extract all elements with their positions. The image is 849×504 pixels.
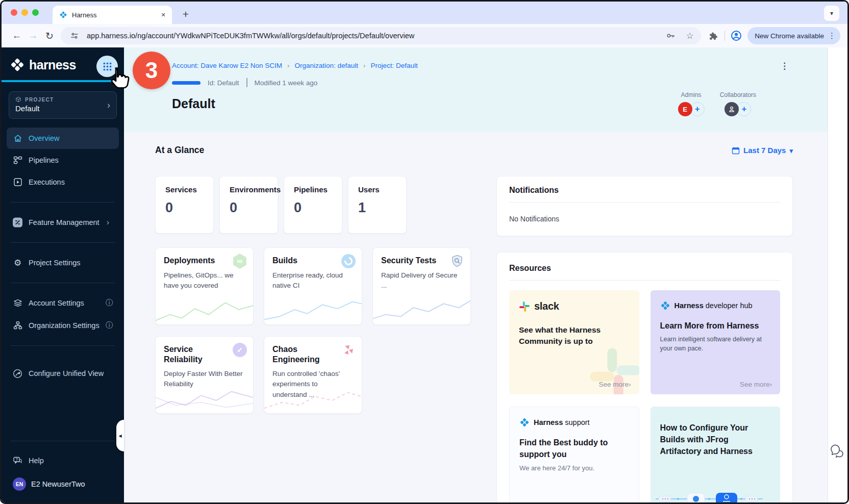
module-switcher-button[interactable] bbox=[96, 56, 118, 77]
notifications-card: Notifications No Notifications bbox=[496, 176, 793, 236]
sparkline-decoration bbox=[156, 384, 253, 413]
new-tab-button[interactable] bbox=[178, 7, 193, 22]
sidebar-divider bbox=[11, 283, 115, 283]
module-card-chaos-engineering[interactable]: Chaos Engineering Run controlled 'chaos'… bbox=[264, 336, 362, 414]
module-card-security-tests[interactable]: Security Tests Rapid Delivery of Secure … bbox=[372, 247, 471, 325]
brand-bold: Harness bbox=[534, 418, 563, 426]
sparkline-decoration bbox=[156, 295, 253, 324]
sidebar-item-project-settings[interactable]: Project Settings bbox=[7, 252, 119, 273]
site-info-icon[interactable] bbox=[67, 29, 82, 43]
see-more-link[interactable]: See more› bbox=[598, 381, 631, 388]
brand-bold: Harness bbox=[675, 301, 704, 310]
page-menu-kebab-icon[interactable] bbox=[780, 61, 789, 71]
sidebar-item-configure-unified-view[interactable]: Configure Unified View bbox=[7, 363, 119, 384]
reload-button[interactable]: ↻ bbox=[41, 28, 58, 44]
stat-value: 0 bbox=[294, 200, 342, 216]
user-menu[interactable]: EN E2 NewuserTwo bbox=[2, 472, 124, 496]
sparkline-decoration bbox=[264, 384, 362, 413]
collaborators-group: Collaborators bbox=[720, 91, 756, 116]
resources-title: Resources bbox=[509, 264, 780, 273]
browser-tab[interactable]: Harness bbox=[53, 6, 172, 24]
collaborator-avatar[interactable] bbox=[725, 102, 739, 116]
overview-content: At a Glance Last 7 Days Services 0 bbox=[124, 132, 828, 502]
chat-support-button[interactable] bbox=[830, 444, 845, 459]
breadcrumb-organization-link[interactable]: Organization: default bbox=[294, 62, 358, 69]
resource-headline: See what the Harness Community is up to bbox=[519, 324, 630, 347]
modified-text: Modified 1 week ago bbox=[255, 79, 318, 87]
apps-grid-icon bbox=[103, 62, 112, 71]
resource-card-harness-support[interactable]: Harness support Find the Best buddy to s… bbox=[509, 407, 639, 502]
stat-label: Users bbox=[358, 185, 406, 194]
sidebar-accent-bar bbox=[2, 80, 124, 82]
tab-close-icon[interactable] bbox=[159, 10, 168, 19]
update-chrome-label: New Chrome available bbox=[755, 32, 824, 40]
add-admin-button[interactable] bbox=[690, 102, 705, 116]
module-cards: Deployments ∞ Pipelines, GitOps... we ha… bbox=[155, 247, 472, 414]
resource-card-jfrog[interactable]: How to Configure Your Builds with JFrog … bbox=[651, 407, 781, 502]
sidebar-item-overview[interactable]: Overview bbox=[7, 128, 119, 149]
resource-body: We are here 24/7 for you. bbox=[519, 464, 629, 473]
info-icon[interactable] bbox=[106, 321, 113, 330]
sidebar-divider bbox=[11, 441, 115, 441]
reliability-check-icon bbox=[233, 343, 247, 357]
zoom-window-button[interactable] bbox=[32, 9, 39, 16]
address-bar[interactable]: app.harness.io/ng/account/YWdkwNPiTceDUK… bbox=[61, 27, 701, 44]
admin-avatar[interactable]: E bbox=[678, 102, 692, 116]
sidebar-item-label: Account Settings bbox=[29, 299, 84, 307]
bookmark-star-icon[interactable] bbox=[683, 29, 697, 43]
date-range-selector[interactable]: Last 7 Days bbox=[732, 146, 793, 155]
project-members: Admins E Collaborators bbox=[678, 91, 756, 116]
sidebar-collapse-handle[interactable] bbox=[116, 420, 124, 451]
resource-card-slack[interactable]: slack See what the Harness Community is … bbox=[509, 290, 639, 394]
module-card-builds[interactable]: Builds Enterprise ready, cloud native CI bbox=[264, 247, 362, 325]
main-panel: Account: Dave Karow E2 Non SCIM Organiza… bbox=[124, 47, 828, 502]
minimize-window-button[interactable] bbox=[21, 9, 28, 16]
forward-button[interactable]: → bbox=[25, 28, 41, 44]
resource-card-developer-hub[interactable]: Harness developer hub Learn More from Ha… bbox=[651, 290, 781, 394]
project-selector[interactable]: PROJECT Default bbox=[9, 91, 117, 119]
sidebar-item-organization-settings[interactable]: Organization Settings bbox=[7, 315, 119, 336]
pipelines-icon bbox=[13, 156, 22, 165]
stat-label: Services bbox=[165, 185, 213, 194]
notifications-title: Notifications bbox=[509, 186, 780, 195]
sidebar-item-label: Configure Unified View bbox=[29, 369, 104, 377]
update-chrome-button[interactable]: New Chrome available bbox=[747, 27, 840, 44]
sidebar-item-help[interactable]: ? Help bbox=[7, 450, 119, 471]
breadcrumb-account-link[interactable]: Account: Dave Karow E2 Non SCIM bbox=[172, 62, 282, 69]
info-icon[interactable] bbox=[106, 298, 113, 308]
sidebar-item-pipelines[interactable]: Pipelines bbox=[7, 149, 119, 171]
chat-bubbles-icon bbox=[830, 444, 845, 459]
sidebar-item-executions[interactable]: Executions bbox=[7, 171, 119, 193]
sidebar-nav: Overview Pipelines Executions bbox=[2, 127, 124, 193]
annotation-step-3: 3 bbox=[133, 52, 170, 89]
breadcrumb-project-link[interactable]: Project: Default bbox=[370, 62, 417, 69]
stat-card-users[interactable]: Users 1 bbox=[348, 176, 407, 234]
sidebar-item-feature-management[interactable]: Feature Management bbox=[7, 212, 119, 233]
module-card-deployments[interactable]: Deployments ∞ Pipelines, GitOps... we ha… bbox=[155, 247, 254, 325]
add-collaborator-button[interactable] bbox=[737, 102, 751, 116]
stat-card-environments[interactable]: Environments 0 bbox=[219, 176, 278, 234]
url-text: app.harness.io/ng/account/YWdkwNPiTceDUK… bbox=[87, 32, 658, 40]
admins-label: Admins bbox=[681, 91, 702, 98]
stat-card-services[interactable]: Services 0 bbox=[155, 176, 214, 234]
help-chat-icon: ? bbox=[13, 456, 22, 466]
chrome-menu-kebab-icon[interactable] bbox=[828, 31, 836, 40]
sidebar-item-account-settings[interactable]: Account Settings bbox=[7, 292, 119, 314]
stat-card-pipelines[interactable]: Pipelines 0 bbox=[284, 176, 342, 234]
chevron-separator-icon bbox=[287, 62, 289, 69]
module-card-service-reliability[interactable]: Service Reliability Deploy Faster With B… bbox=[155, 336, 254, 414]
harness-logo-icon bbox=[660, 300, 670, 311]
chevron-right-icon bbox=[107, 218, 109, 227]
profile-icon[interactable] bbox=[729, 29, 743, 43]
scroll-gutter bbox=[828, 47, 847, 502]
close-window-button[interactable] bbox=[11, 9, 17, 16]
project-id-row: Id: Default Modified 1 week ago bbox=[172, 78, 756, 87]
tab-overflow-chevron-icon[interactable] bbox=[824, 6, 839, 21]
see-more-link[interactable]: See more› bbox=[740, 381, 772, 388]
back-button[interactable]: ← bbox=[9, 28, 25, 44]
passwords-key-icon[interactable] bbox=[663, 29, 678, 43]
stat-value: 1 bbox=[358, 200, 406, 216]
sidebar-item-label: Feature Management bbox=[29, 218, 99, 226]
extensions-icon[interactable] bbox=[706, 29, 720, 43]
chevron-right-icon bbox=[107, 100, 110, 111]
